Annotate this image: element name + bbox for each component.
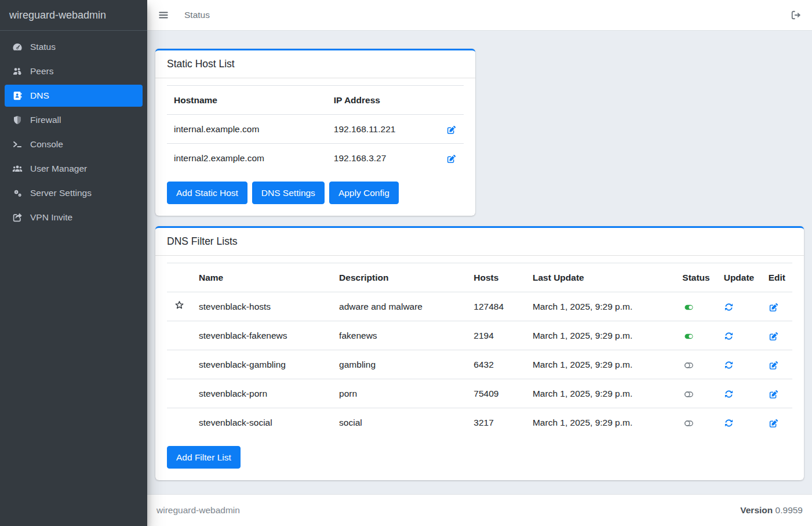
filter-name-cell: stevenblack-hosts [192, 292, 332, 321]
dns-filter-table: Name Description Hosts Last Update Statu… [167, 263, 792, 437]
filter-name-cell: stevenblack-porn [192, 379, 332, 408]
toggle-on-icon[interactable] [682, 332, 696, 341]
users-icon [9, 164, 26, 174]
static-host-row: internal2.example.com 192.168.3.27 [167, 144, 464, 173]
sidebar-item-label: User Manager [30, 163, 87, 175]
filter-name-cell: stevenblack-fakenews [192, 321, 332, 350]
ip-cell: 192.168.3.27 [327, 144, 439, 173]
add-filter-list-button[interactable]: Add Filter List [167, 446, 241, 469]
column-header-star [167, 263, 192, 292]
filter-list-row: stevenblack-porn porn 75409 March 1, 202… [167, 379, 792, 408]
sync-icon[interactable] [724, 302, 734, 312]
filter-description-cell: gambling [332, 350, 467, 379]
static-host-table: Hostname IP Address internal.example.com… [167, 85, 464, 172]
gauge-icon [9, 42, 26, 52]
shield-icon [9, 115, 26, 125]
filter-hosts-cell: 127484 [467, 292, 526, 321]
filter-last-update-cell: March 1, 2025, 9:29 p.m. [526, 379, 675, 408]
static-host-list-card: Static Host List Hostname IP Address [155, 49, 475, 216]
filter-list-row: stevenblack-hosts adware and malware 127… [167, 292, 792, 321]
sidebar-item-label: Firewall [30, 114, 61, 126]
star-icon[interactable] [174, 300, 185, 311]
edit-icon[interactable] [446, 125, 457, 135]
toggle-off-icon[interactable] [682, 390, 696, 399]
edit-icon[interactable] [769, 389, 779, 400]
hostname-cell: internal2.example.com [167, 144, 327, 173]
gears-icon [9, 188, 26, 198]
sidebar-item-vpn-invite[interactable]: VPN Invite [5, 206, 143, 228]
column-header-actions [439, 86, 464, 115]
sidebar-item-label: Peers [30, 66, 54, 77]
column-header-last-update: Last Update [526, 263, 675, 292]
toggle-off-icon[interactable] [682, 419, 696, 428]
filter-last-update-cell: March 1, 2025, 9:29 p.m. [526, 408, 675, 437]
column-header-hosts: Hosts [467, 263, 526, 292]
filter-hosts-cell: 2194 [467, 321, 526, 350]
sidebar-item-console[interactable]: Console [5, 133, 143, 155]
peers-icon [9, 66, 26, 77]
edit-icon[interactable] [769, 360, 779, 371]
sync-icon[interactable] [724, 360, 734, 370]
sidebar-item-peers[interactable]: Peers [5, 60, 143, 82]
app-window: wireguard-webadmin Status Peers DNS Fire… [0, 0, 812, 526]
toggle-on-icon[interactable] [682, 303, 696, 312]
column-header-name: Name [192, 263, 332, 292]
column-header-update: Update [717, 263, 762, 292]
sidebar-item-label: Console [30, 139, 63, 150]
filter-list-row: stevenblack-gambling gambling 6432 March… [167, 350, 792, 379]
filter-description-cell: social [332, 408, 467, 437]
static-host-row: internal.example.com 192.168.11.221 [167, 115, 464, 144]
column-header-status: Status [675, 263, 716, 292]
brand-link[interactable]: wireguard-webadmin [0, 0, 147, 31]
filter-name-cell: stevenblack-gambling [192, 350, 332, 379]
sidebar-item-label: Status [30, 41, 56, 53]
sidebar-item-status[interactable]: Status [5, 36, 143, 58]
filter-name-cell: stevenblack-social [192, 408, 332, 437]
share-icon [9, 212, 26, 223]
filter-last-update-cell: March 1, 2025, 9:29 p.m. [526, 292, 675, 321]
filter-hosts-cell: 3217 [467, 408, 526, 437]
edit-icon[interactable] [769, 302, 779, 313]
filter-description-cell: fakenews [332, 321, 467, 350]
dns-settings-button[interactable]: DNS Settings [252, 182, 325, 204]
topbar-status-link[interactable]: Status [184, 10, 210, 20]
topbar: Status [147, 0, 812, 31]
sidebar-item-server-settings[interactable]: Server Settings [5, 182, 143, 204]
apply-config-button[interactable]: Apply Config [329, 182, 399, 204]
address-book-icon [9, 90, 26, 101]
column-header-description: Description [332, 263, 467, 292]
filter-description-cell: porn [332, 379, 467, 408]
edit-icon[interactable] [446, 154, 457, 164]
sidebar-item-label: DNS [30, 90, 49, 101]
ip-cell: 192.168.11.221 [327, 115, 439, 144]
filter-list-row: stevenblack-social social 3217 March 1, … [167, 408, 792, 437]
main-area: Status Static Host List Hostname IP Addr… [147, 0, 812, 526]
terminal-icon [9, 139, 26, 150]
menu-toggle-icon[interactable] [158, 9, 169, 21]
dns-filter-lists-title: DNS Filter Lists [155, 228, 804, 256]
footer-version: Version 0.9959 [740, 505, 803, 516]
sync-icon[interactable] [724, 331, 734, 341]
toggle-off-icon[interactable] [682, 361, 696, 370]
sidebar-item-firewall[interactable]: Firewall [5, 109, 143, 131]
sidebar-item-dns[interactable]: DNS [5, 85, 143, 107]
filter-description-cell: adware and malware [332, 292, 467, 321]
sidebar-nav: Status Peers DNS Firewall Console User M… [0, 31, 147, 236]
static-host-list-title: Static Host List [155, 50, 475, 78]
sidebar-item-user-manager[interactable]: User Manager [5, 158, 143, 180]
footer: wireguard-webadmin Version 0.9959 [147, 494, 812, 526]
column-header-ip: IP Address [327, 86, 439, 115]
filter-list-row: stevenblack-fakenews fakenews 2194 March… [167, 321, 792, 350]
dns-filter-lists-card: DNS Filter Lists Name Description Hosts … [155, 226, 804, 480]
content: Static Host List Hostname IP Address [147, 31, 812, 494]
filter-last-update-cell: March 1, 2025, 9:29 p.m. [526, 321, 675, 350]
sidebar: wireguard-webadmin Status Peers DNS Fire… [0, 0, 147, 526]
edit-icon[interactable] [769, 331, 779, 342]
footer-brand: wireguard-webadmin [156, 505, 240, 516]
edit-icon[interactable] [769, 418, 779, 429]
sync-icon[interactable] [724, 389, 734, 399]
add-static-host-button[interactable]: Add Static Host [167, 182, 247, 204]
sidebar-item-label: Server Settings [30, 187, 92, 199]
sync-icon[interactable] [724, 418, 734, 428]
sign-out-icon[interactable] [790, 9, 802, 21]
